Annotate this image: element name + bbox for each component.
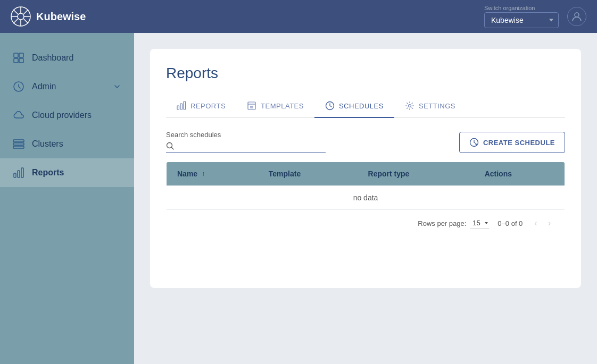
sidebar-admin-left: Admin (13, 81, 56, 92)
table-row: no data (167, 186, 565, 210)
svg-point-10 (575, 13, 579, 17)
reports-icon (13, 167, 24, 179)
table-header-row: Name ↑ Template Report type Actions (167, 162, 565, 186)
content-area: Reports REPORTS (134, 33, 597, 364)
logo: Kubewise (11, 6, 86, 27)
pagination-controls: Rows per page: 15 25 50 (177, 217, 554, 229)
org-select-wrapper[interactable]: Kubewise (484, 12, 559, 28)
col-template-label: Template (269, 170, 301, 178)
schedules-table: Name ↑ Template Report type Actions (166, 162, 565, 237)
header-right: Switch organization Kubewise (484, 5, 586, 28)
tab-label: SCHEDULES (339, 102, 384, 110)
search-label: Search schedules (166, 131, 326, 139)
dashboard-icon (13, 52, 24, 64)
tab-label: TEMPLATES (261, 102, 304, 110)
sidebar-item-reports[interactable]: Reports (0, 158, 134, 187)
col-header-actions: Actions (474, 162, 565, 186)
svg-rect-12 (19, 53, 23, 57)
tab-templates[interactable]: TEMPLATES (236, 95, 314, 118)
svg-rect-19 (14, 173, 16, 177)
admin-icon (13, 81, 24, 92)
tab-label: SETTINGS (419, 102, 455, 110)
cloud-icon (13, 109, 24, 121)
user-icon (571, 11, 583, 22)
chevron-down-icon (113, 82, 121, 91)
sidebar-item-admin[interactable]: Admin (0, 72, 134, 101)
sidebar-item-label: Clusters (32, 139, 63, 149)
create-schedule-label: CREATE SCHEDULE (483, 139, 555, 147)
org-switcher: Switch organization Kubewise (484, 5, 559, 28)
create-schedule-icon (469, 138, 479, 147)
logo-icon (11, 6, 31, 27)
rows-per-page-label: Rows per page: (418, 219, 466, 227)
search-icon (166, 142, 175, 150)
user-avatar[interactable] (567, 7, 586, 26)
main-layout: Dashboard Admin Cloud providers (0, 33, 597, 364)
tab-label: REPORTS (190, 102, 226, 110)
org-select[interactable]: Kubewise (484, 12, 559, 28)
sidebar-item-label: Admin (32, 82, 56, 91)
col-header-report-type[interactable]: Report type (358, 162, 474, 186)
reports-card: Reports REPORTS (150, 49, 581, 288)
page-title: Reports (166, 65, 565, 82)
svg-rect-11 (14, 53, 18, 57)
no-data-cell: no data (167, 186, 565, 210)
logo-text: Kubewise (36, 11, 86, 23)
tabs-bar: REPORTS TEMPLATES SC (166, 95, 565, 118)
pagination-prev-button[interactable]: ‹ (531, 217, 540, 229)
rows-per-page-select[interactable]: 15 25 50 (470, 218, 489, 228)
svg-rect-25 (248, 102, 255, 109)
sidebar-item-label: Cloud providers (32, 111, 92, 120)
svg-rect-20 (18, 171, 20, 177)
svg-rect-14 (19, 58, 23, 63)
svg-rect-17 (13, 143, 24, 145)
svg-line-8 (24, 10, 29, 14)
svg-rect-18 (13, 146, 24, 148)
chart-icon (177, 101, 186, 111)
clusters-icon (13, 138, 24, 150)
svg-rect-24 (184, 101, 186, 109)
col-header-template[interactable]: Template (258, 162, 358, 186)
search-input[interactable] (179, 142, 326, 150)
search-area: Search schedules (166, 131, 326, 153)
create-schedule-button[interactable]: CREATE SCHEDULE (459, 132, 565, 153)
svg-rect-16 (13, 140, 24, 142)
svg-rect-21 (21, 168, 23, 177)
sidebar-item-dashboard[interactable]: Dashboard (0, 44, 134, 72)
svg-rect-22 (177, 106, 179, 109)
header: Kubewise Switch organization Kubewise (0, 0, 597, 33)
svg-line-6 (13, 10, 18, 14)
col-header-name[interactable]: Name ↑ (167, 162, 258, 186)
svg-point-1 (18, 13, 24, 20)
pagination-row: Rows per page: 15 25 50 (167, 210, 565, 237)
tab-settings[interactable]: SETTINGS (394, 95, 466, 118)
tab-schedules[interactable]: SCHEDULES (314, 95, 394, 118)
svg-line-32 (172, 148, 174, 150)
svg-line-7 (24, 19, 29, 24)
rows-select-wrapper[interactable]: 15 25 50 (470, 218, 489, 228)
tab-reports[interactable]: REPORTS (166, 95, 236, 118)
svg-point-30 (408, 105, 411, 107)
sidebar-item-label: Reports (32, 168, 64, 177)
org-switch-label: Switch organization (484, 5, 559, 11)
sidebar-item-label: Dashboard (32, 53, 73, 63)
gear-icon (405, 101, 414, 111)
search-input-wrapper (166, 142, 326, 153)
sidebar-item-cloud-providers[interactable]: Cloud providers (0, 101, 134, 130)
svg-line-9 (13, 19, 18, 24)
svg-rect-23 (180, 104, 183, 109)
col-actions-label: Actions (485, 170, 512, 178)
sidebar-item-clusters[interactable]: Clusters (0, 130, 134, 158)
col-report-type-label: Report type (368, 170, 410, 178)
pagination-range: 0–0 of 0 (498, 219, 523, 227)
toolbar: Search schedules (166, 131, 565, 153)
sidebar: Dashboard Admin Cloud providers (0, 33, 134, 364)
rows-per-page: Rows per page: 15 25 50 (418, 218, 489, 228)
sort-asc-icon: ↑ (202, 170, 205, 177)
svg-point-31 (167, 143, 172, 148)
svg-rect-13 (14, 58, 18, 63)
pagination-nav: ‹ › (531, 217, 554, 229)
pagination-next-button[interactable]: › (545, 217, 554, 229)
clock-icon (325, 101, 335, 111)
template-icon (247, 101, 256, 111)
